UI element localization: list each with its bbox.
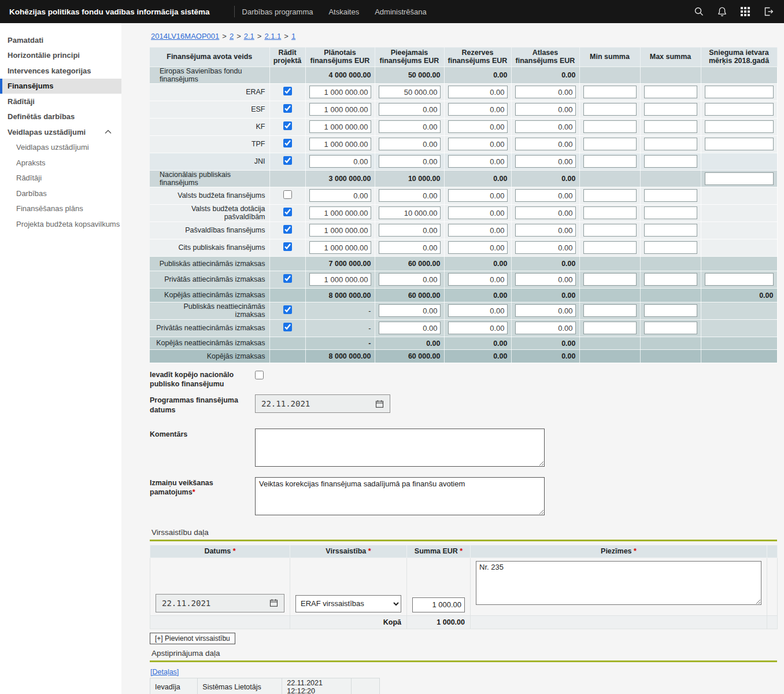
sidebar-item-rādītāji[interactable]: Rādītāji bbox=[0, 94, 121, 109]
max-sum-input[interactable] bbox=[644, 86, 697, 98]
show-in-project-checkbox[interactable] bbox=[283, 104, 292, 113]
available-input[interactable] bbox=[379, 206, 441, 219]
show-in-project-checkbox[interactable] bbox=[283, 274, 292, 283]
breadcrumb-link[interactable]: 2014LV16MAOP001 bbox=[151, 32, 219, 40]
min-sum-input[interactable] bbox=[583, 322, 637, 334]
logout-icon[interactable] bbox=[763, 6, 774, 17]
available-input[interactable] bbox=[379, 189, 441, 202]
planned-input[interactable] bbox=[309, 224, 371, 237]
min-sum-input[interactable] bbox=[583, 86, 637, 98]
selection-input[interactable] bbox=[515, 138, 576, 150]
sidebar-item-definētās-darbības[interactable]: Definētās darbības bbox=[0, 109, 121, 125]
available-input[interactable] bbox=[379, 273, 441, 286]
search-icon[interactable] bbox=[694, 6, 704, 17]
reserve-input[interactable] bbox=[448, 86, 508, 98]
performance-input[interactable] bbox=[705, 86, 774, 98]
max-sum-input[interactable] bbox=[644, 322, 697, 334]
show-in-project-checkbox[interactable] bbox=[283, 242, 292, 251]
sidebar-item-intervences-kategorijas[interactable]: Intervences kategorijas bbox=[0, 63, 121, 79]
min-sum-input[interactable] bbox=[583, 304, 637, 317]
breadcrumb-link[interactable]: 1 bbox=[291, 32, 295, 40]
show-in-project-checkbox[interactable] bbox=[283, 87, 292, 95]
selection-input[interactable] bbox=[515, 86, 576, 98]
max-sum-input[interactable] bbox=[644, 304, 697, 317]
reserve-input[interactable] bbox=[448, 273, 508, 286]
sidebar-item-apraksts[interactable]: Apraksts bbox=[0, 155, 121, 171]
show-in-project-checkbox[interactable] bbox=[283, 323, 292, 331]
available-input[interactable] bbox=[379, 322, 441, 334]
selection-input[interactable] bbox=[515, 224, 576, 237]
min-sum-input[interactable] bbox=[583, 138, 637, 150]
show-in-project-checkbox[interactable] bbox=[283, 121, 292, 130]
selection-input[interactable] bbox=[515, 241, 576, 254]
sidebar-item-veidlapas-uzstādījumi[interactable]: Veidlapas uzstādījumi bbox=[0, 124, 121, 140]
sidebar-item-finansēšanas-plāns[interactable]: Finansēšanas plāns bbox=[0, 201, 121, 217]
max-sum-input[interactable] bbox=[644, 155, 697, 168]
app-switcher-icon[interactable] bbox=[740, 6, 750, 17]
reserve-input[interactable] bbox=[448, 189, 508, 202]
reserve-input[interactable] bbox=[448, 224, 508, 237]
planned-input[interactable] bbox=[309, 103, 371, 116]
top-nav-item[interactable]: Administrēšana bbox=[375, 8, 427, 16]
reserve-input[interactable] bbox=[448, 138, 508, 150]
available-input[interactable] bbox=[379, 241, 441, 254]
max-sum-input[interactable] bbox=[644, 138, 697, 150]
breadcrumb-link[interactable]: 2.1.1 bbox=[264, 32, 281, 40]
min-sum-input[interactable] bbox=[583, 241, 637, 254]
reserve-input[interactable] bbox=[448, 206, 508, 219]
available-input[interactable] bbox=[379, 224, 441, 237]
sidebar-item-projekta-budžeta-kopsavilkums[interactable]: Projekta budžeta kopsavilkums bbox=[0, 216, 121, 232]
details-link[interactable]: [Detaļas] bbox=[150, 668, 179, 676]
top-nav-item[interactable]: Atskaites bbox=[328, 8, 359, 16]
min-sum-input[interactable] bbox=[583, 189, 637, 202]
overcommitment-amount-input[interactable] bbox=[412, 597, 465, 612]
sidebar-item-pamatdati[interactable]: Pamatdati bbox=[0, 32, 121, 48]
max-sum-input[interactable] bbox=[644, 206, 697, 219]
performance-input[interactable] bbox=[705, 120, 774, 133]
sidebar-item-rādītāji[interactable]: Rādītāji bbox=[0, 171, 121, 186]
breadcrumb-link[interactable]: 2.1 bbox=[244, 32, 254, 40]
available-input[interactable] bbox=[379, 86, 441, 98]
selection-input[interactable] bbox=[515, 206, 576, 219]
reserve-input[interactable] bbox=[448, 155, 508, 168]
max-sum-input[interactable] bbox=[644, 241, 697, 254]
show-in-project-checkbox[interactable] bbox=[283, 225, 292, 234]
performance-input[interactable] bbox=[705, 172, 774, 185]
reserve-input[interactable] bbox=[448, 120, 508, 133]
available-input[interactable] bbox=[379, 103, 441, 116]
min-sum-input[interactable] bbox=[583, 224, 637, 237]
chevron-up-icon[interactable] bbox=[105, 130, 112, 134]
show-in-project-checkbox[interactable] bbox=[283, 190, 292, 199]
max-sum-input[interactable] bbox=[644, 189, 697, 202]
planned-input[interactable] bbox=[309, 155, 371, 168]
max-sum-input[interactable] bbox=[644, 224, 697, 237]
min-sum-input[interactable] bbox=[583, 120, 637, 133]
programme-date-input[interactable]: 22.11.2021 bbox=[255, 394, 390, 413]
min-sum-input[interactable] bbox=[583, 155, 637, 168]
planned-input[interactable] bbox=[309, 120, 371, 133]
selection-input[interactable] bbox=[515, 103, 576, 116]
available-input[interactable] bbox=[379, 138, 441, 150]
overcommitment-date-input[interactable]: 22.11.2021 bbox=[156, 594, 284, 612]
selection-input[interactable] bbox=[515, 273, 576, 286]
show-in-project-checkbox[interactable] bbox=[283, 208, 292, 216]
max-sum-input[interactable] bbox=[644, 273, 697, 286]
sidebar-item-darbības[interactable]: Darbības bbox=[0, 186, 121, 201]
comment-textarea[interactable] bbox=[255, 429, 545, 467]
notifications-icon[interactable] bbox=[717, 6, 727, 17]
show-in-project-checkbox[interactable] bbox=[283, 305, 292, 314]
selection-input[interactable] bbox=[515, 189, 576, 202]
max-sum-input[interactable] bbox=[644, 120, 697, 133]
add-overcommitment-button[interactable]: [+] Pievienot virssaistību bbox=[150, 633, 235, 644]
reserve-input[interactable] bbox=[448, 304, 508, 317]
selection-input[interactable] bbox=[515, 304, 576, 317]
planned-input[interactable] bbox=[309, 189, 371, 202]
available-input[interactable] bbox=[379, 304, 441, 317]
selection-input[interactable] bbox=[515, 120, 576, 133]
show-in-project-checkbox[interactable] bbox=[283, 139, 292, 147]
available-input[interactable] bbox=[379, 155, 441, 168]
planned-input[interactable] bbox=[309, 273, 371, 286]
change-reason-textarea[interactable]: Veiktas korekcijas finansējuma sadalījum… bbox=[255, 477, 545, 515]
min-sum-input[interactable] bbox=[583, 273, 637, 286]
overcommitment-type-select[interactable]: ERAF virssaistības bbox=[295, 595, 401, 612]
